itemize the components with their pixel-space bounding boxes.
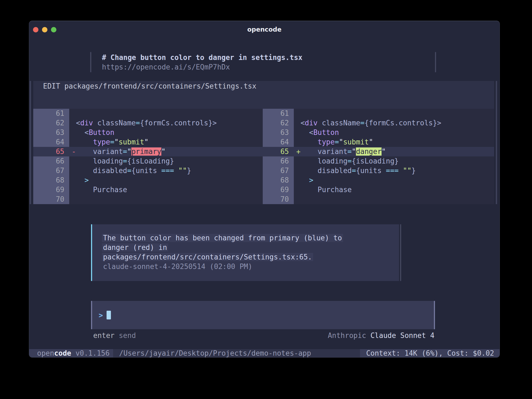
line-number: 63 [263,128,294,137]
code-line [69,109,263,118]
edit-file-path: packages/frontend/src/containers/Setting… [64,82,256,90]
diff-panel-left: 61 62 <div className={formCs.controls}>6… [33,109,263,204]
code-token: type [93,138,110,146]
diff-row: 66 loading={isLoading} [33,156,263,166]
provider-name: Anthropic [328,331,366,340]
code-line: Purchase [69,185,263,195]
code-line: loading={isLoading} [294,156,494,166]
hint-action: send [119,331,136,340]
code-token: Button [313,128,339,137]
keyboard-hints: enter send [93,331,136,340]
diff-row: 70 [263,195,494,204]
line-number: 67 [33,166,69,176]
code-token: = [123,157,127,165]
code-token: = [136,119,140,127]
code-token: type [318,138,335,146]
diff-row: 70 [33,195,263,204]
line-number: 61 [33,109,69,118]
diff-marker [296,167,301,175]
line-number: 68 [33,176,69,185]
panel-edge-right [496,81,497,204]
code-token: < [301,119,305,127]
code-token: {units [356,167,386,175]
code-token: " [127,147,132,156]
diff-row: 64 type="submit" [263,137,494,147]
code-token [174,167,179,175]
code-token: loading [301,157,347,165]
message-text-line: packages/frontend/src/containers/Setting… [103,252,399,262]
code-token: {formCs.controls}> [140,119,217,127]
diff-marker [296,195,301,203]
code-line: > [69,176,263,185]
code-token: variant [301,147,347,156]
code-line [294,195,494,204]
code-line: - variant="primary" [69,147,263,156]
code-token: Purchase [76,186,127,194]
code-token: = [127,167,132,175]
opencode-window: opencode # Change button color to danger… [29,21,500,358]
code-line: <Button [294,128,494,137]
diff-row: 69 Purchase [263,185,494,195]
diff-row: 67 disabled={units === ""} [33,166,263,176]
code-token: variant [76,147,123,156]
brand-code: code [54,349,71,357]
code-token [399,167,403,175]
code-token: = [335,138,339,146]
code-token: = [110,138,114,146]
diff-row: 61 [263,109,494,118]
line-number: 66 [263,156,294,166]
diff-marker [296,119,301,127]
panel-edge-left [30,81,31,204]
code-token: " [339,138,343,146]
diff-row: 65+ variant="danger" [263,147,494,156]
code-token: } [187,167,191,175]
code-token [301,138,318,146]
diff-marker [296,128,301,137]
code-token [76,176,84,184]
code-line: <div className={formCs.controls}> [69,118,263,128]
diff-marker [296,138,301,146]
diff-marker [296,109,301,117]
diff-row: 62 <div className={formCs.controls}> [263,118,494,128]
code-token: === [386,167,399,175]
code-token: = [347,147,352,156]
diff-row: 69 Purchase [33,185,263,195]
code-token: {formCs.controls}> [364,119,441,127]
code-token: === [161,167,174,175]
code-token: = [360,119,365,127]
code-token: } [412,167,416,175]
diff-row: 66 loading={isLoading} [263,156,494,166]
diff-marker [72,195,76,203]
code-token: Purchase [301,186,352,194]
line-number: 64 [263,137,294,147]
diff-row: 65- variant="primary" [33,147,263,156]
code-token [76,138,93,146]
diff-marker [296,186,301,194]
code-token: loading [76,157,123,165]
diff-row: 63 <Button [263,128,494,137]
line-number: 70 [263,195,294,204]
code-token: " [114,138,119,146]
line-number: 66 [33,156,69,166]
project-path: /Users/jayair/Desktop/Projects/demo-note… [119,349,311,357]
quote-bar-left [90,52,91,72]
diff-row: 64 type="submit" [33,137,263,147]
line-number: 65 [33,147,69,156]
message-text-line: The button color has been changed from p… [103,233,399,243]
context-cost: Context: 14K (6%), Cost: $0.02 [360,349,500,357]
text-cursor [107,311,111,319]
code-token: danger [356,147,382,156]
code-token: Button [89,128,114,137]
code-line: loading={isLoading} [69,156,263,166]
line-number: 62 [33,118,69,128]
diff-marker [72,119,76,127]
diff-marker: + [296,147,301,156]
code-token: "" [403,167,411,175]
line-number: 70 [33,195,69,204]
line-number: 65 [263,147,294,156]
app-version: v0.1.156 [71,349,110,357]
prompt-input[interactable]: > [91,301,435,329]
code-token: div [305,119,318,127]
prompt-line: > [99,311,111,319]
line-number: 61 [263,109,294,118]
